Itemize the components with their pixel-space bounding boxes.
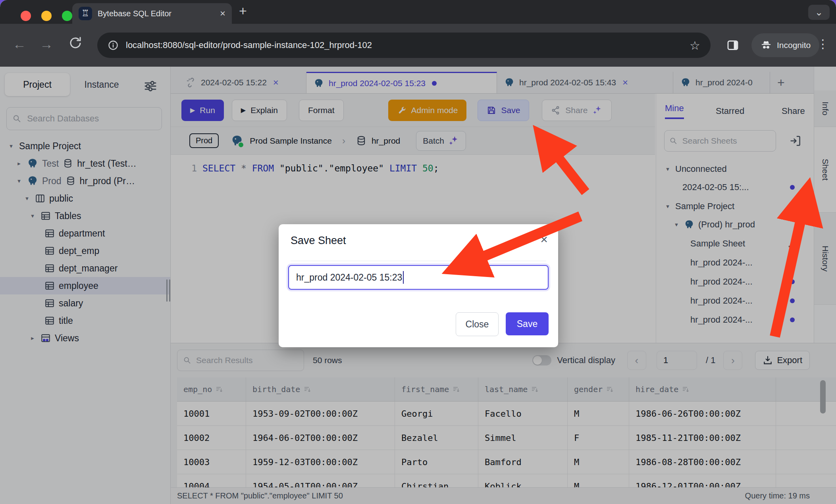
app-window: ♖ Bytebase SQL Editor × + ⌄ ← → localhos… — [0, 0, 836, 504]
incognito-badge[interactable]: Incognito — [751, 33, 819, 57]
bookmark-star-icon[interactable]: ☆ — [690, 38, 700, 52]
browser-tab-strip: ♖ Bytebase SQL Editor × + ⌄ — [0, 0, 836, 24]
forward-icon[interactable]: → — [40, 37, 53, 51]
browser-menu-icon[interactable]: ⋮ — [817, 38, 829, 50]
bytebase-page: Project Instance ▾ Sample Project ▸ Test — [0, 67, 836, 504]
back-icon[interactable]: ← — [13, 37, 26, 51]
new-browser-tab-button[interactable]: + — [239, 4, 247, 17]
side-panel-icon[interactable] — [726, 39, 739, 52]
dialog-title: Save Sheet — [291, 235, 346, 247]
dialog-close-button[interactable]: Close — [456, 312, 499, 336]
browser-tab-title: Bytebase SQL Editor — [98, 9, 214, 18]
text-caret — [403, 271, 404, 284]
maximize-window-button[interactable] — [62, 11, 72, 21]
dialog-close-icon[interactable]: × — [540, 233, 548, 246]
save-sheet-dialog: Save Sheet × hr_prod 2024-02-05 15:23 Cl… — [279, 224, 558, 347]
sheet-name-input[interactable]: hr_prod 2024-02-05 15:23 — [288, 265, 549, 290]
browser-tab-close-icon[interactable]: × — [220, 9, 225, 18]
minimize-window-button[interactable] — [41, 11, 52, 21]
browser-tab[interactable]: ♖ Bytebase SQL Editor × — [72, 3, 232, 24]
close-window-button[interactable] — [21, 11, 31, 21]
reload-icon[interactable] — [68, 36, 83, 50]
dialog-divider — [291, 261, 546, 261]
incognito-icon — [760, 39, 772, 51]
incognito-label: Incognito — [777, 40, 811, 50]
window-controls — [21, 11, 72, 21]
tab-search-chevron-icon[interactable]: ⌄ — [808, 5, 830, 20]
site-info-icon[interactable] — [108, 40, 119, 51]
bytebase-favicon-icon: ♖ — [79, 7, 92, 20]
browser-toolbar: ← → localhost:8080/sql-editor/prod-sampl… — [0, 24, 836, 67]
address-bar[interactable]: localhost:8080/sql-editor/prod-sample-in… — [97, 33, 711, 58]
dialog-save-button[interactable]: Save — [506, 312, 549, 335]
url-text: localhost:8080/sql-editor/prod-sample-in… — [126, 40, 682, 50]
